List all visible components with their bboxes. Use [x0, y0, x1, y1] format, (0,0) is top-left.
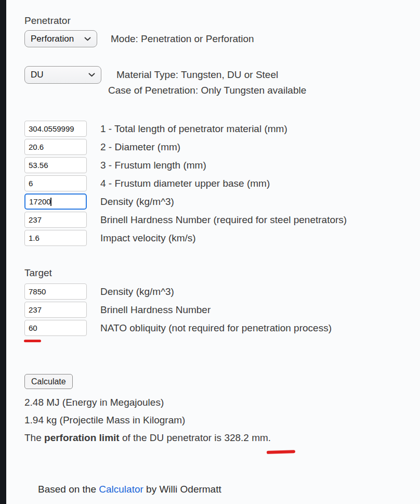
nato-obliquity-input-wrap — [24, 320, 87, 336]
total-length-input[interactable] — [24, 121, 87, 137]
field-label: Density (kg/m^3) — [100, 286, 174, 298]
field-label: Brinell Hardness Number — [100, 304, 211, 316]
field-row: Brinell Hardness Number — [24, 301, 412, 319]
impact-velocity-input[interactable] — [24, 230, 87, 246]
calculator-page: Penetrator Perforation Mode: Penetration… — [24, 0, 412, 495]
material-select-value: DU — [31, 70, 44, 80]
field-label: 3 - Frustum length (mm) — [100, 160, 206, 171]
red-underline-annotation — [24, 340, 41, 342]
limit-bold-text: perforation limit — [44, 432, 120, 443]
frustum-length-input-wrap — [24, 157, 87, 173]
text-cursor — [50, 198, 51, 206]
frustum-length-input[interactable] — [24, 157, 87, 173]
attribution-line: Based on the Calculator by Willi Odermat… — [38, 484, 412, 495]
total-length-input-wrap — [24, 121, 87, 137]
field-label: Brinell Hardness Number (required for st… — [100, 214, 347, 226]
field-row: 1 - Total length of penetrator material … — [24, 120, 412, 138]
field-label: Impact velocity (km/s) — [100, 232, 196, 244]
field-label: 1 - Total length of penetrator material … — [100, 123, 287, 135]
field-row: 4 - Frustum diameter upper base (mm) — [24, 174, 412, 192]
penetrator-density-input[interactable] — [24, 193, 87, 210]
diameter-input-wrap — [24, 139, 87, 155]
window-edge-bar — [0, 0, 6, 504]
target-fields: Density (kg/m^3) Brinell Hardness Number… — [24, 282, 412, 337]
material-description: Material Type: Tungsten, DU or Steel — [116, 66, 306, 84]
field-label: 2 - Diameter (mm) — [100, 141, 180, 153]
target-density-input[interactable] — [24, 283, 87, 300]
field-row: 2 - Diameter (mm) — [24, 138, 412, 156]
mode-description: Mode: Penetration or Perforation — [111, 30, 254, 47]
field-label: 4 - Frustum diameter upper base (mm) — [100, 178, 270, 189]
frustum-upper-diameter-input[interactable] — [24, 175, 87, 191]
results-block: 2.48 MJ (Energy in Megajoules) 1.94 kg (… — [24, 394, 412, 447]
limit-prefix: The — [24, 432, 44, 443]
nato-obliquity-input[interactable] — [24, 320, 87, 336]
material-note: Case of Penetration: Only Tungsten avail… — [108, 85, 306, 96]
energy-result: 2.48 MJ (Energy in Megajoules) — [24, 394, 412, 411]
calculate-button[interactable]: Calculate — [24, 374, 73, 389]
penetrator-brinell-input-wrap — [24, 212, 87, 228]
target-brinell-input-wrap — [24, 302, 87, 318]
red-underline-annotation — [267, 450, 295, 454]
material-descriptions: Material Type: Tungsten, DU or Steel Cas… — [116, 66, 306, 96]
frustum-upper-diameter-input-wrap — [24, 175, 87, 191]
chevron-down-icon — [84, 37, 91, 41]
penetrator-brinell-input[interactable] — [24, 212, 87, 228]
mass-result: 1.94 kg (Projectile Mass in Kilogram) — [24, 411, 412, 429]
field-label: NATO obliquity (not required for penetra… — [100, 322, 332, 334]
limit-value: 328.2 mm — [224, 432, 268, 443]
calculator-link[interactable]: Calculator — [99, 484, 143, 495]
field-row: Density (kg/m^3) — [24, 282, 412, 301]
mode-select-value: Perforation — [31, 34, 74, 44]
penetrator-density-input-wrap — [24, 193, 87, 210]
footer-suffix: by Willi Odermatt — [143, 484, 221, 495]
limit-suffix: . — [268, 432, 271, 443]
material-row: DU Material Type: Tungsten, DU or Steel … — [24, 66, 412, 96]
perforation-limit-result: The perforation limit of the DU penetrat… — [24, 429, 412, 447]
field-row: Brinell Hardness Number (required for st… — [24, 211, 412, 229]
target-density-input-wrap — [24, 283, 87, 300]
impact-velocity-input-wrap — [24, 230, 87, 246]
penetrator-fields: 1 - Total length of penetrator material … — [24, 120, 412, 247]
limit-middle: of the DU penetrator is — [120, 432, 225, 443]
mode-select[interactable]: Perforation — [24, 30, 97, 47]
field-row: Density (kg/m^3) — [24, 192, 412, 211]
footer-prefix: Based on the — [38, 484, 99, 495]
field-row: NATO obliquity (not required for penetra… — [24, 319, 412, 337]
target-heading: Target — [24, 267, 412, 279]
field-row: 3 - Frustum length (mm) — [24, 156, 412, 174]
diameter-input[interactable] — [24, 139, 87, 155]
field-row: Impact velocity (km/s) — [24, 229, 412, 247]
mode-row: Perforation Mode: Penetration or Perfora… — [24, 30, 412, 47]
target-brinell-input[interactable] — [24, 302, 87, 318]
material-select[interactable]: DU — [24, 66, 101, 84]
field-label: Density (kg/m^3) — [100, 196, 174, 208]
penetrator-heading: Penetrator — [24, 15, 412, 27]
chevron-down-icon — [88, 73, 95, 77]
